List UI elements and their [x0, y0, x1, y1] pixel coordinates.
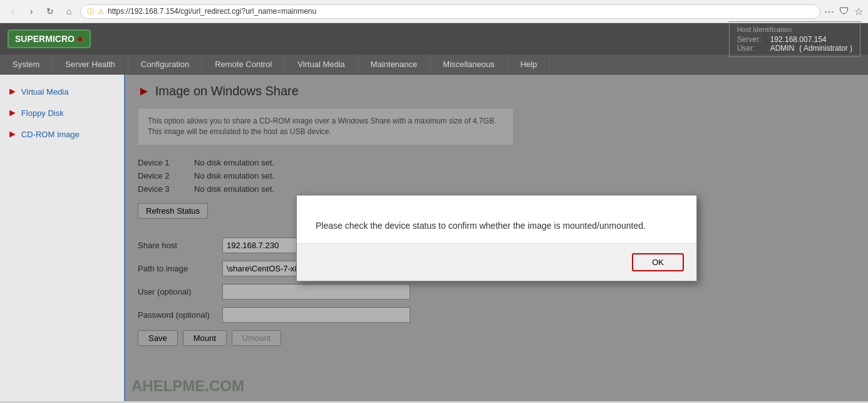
- modal-body: Please check the device status to confir…: [297, 196, 696, 243]
- host-id-title: Host Identification: [737, 26, 852, 33]
- sidebar-item-floppy-disk-label: Floppy Disk: [21, 108, 64, 118]
- user-value: ADMIN: [770, 44, 795, 53]
- server-label: Server:: [737, 35, 765, 44]
- cdrom-image-icon: ►: [8, 128, 18, 140]
- browser-toolbar: ‹ › ↻ ⌂ ⓘ ⚠ https://192.168.7.154/cgi/ur…: [0, 0, 868, 23]
- modal-dialog: Please check the device status to confir…: [296, 195, 697, 281]
- nav-server-health[interactable]: Server Health: [53, 55, 128, 74]
- sidebar-item-cdrom-image[interactable]: ► CD-ROM Image: [0, 123, 124, 145]
- logo-text: SUPERMICRO: [15, 34, 75, 44]
- sidebar-item-virtual-media[interactable]: ► Virtual Media: [0, 81, 124, 102]
- host-server-row: Server: 192.168.007.154: [737, 35, 852, 44]
- user-role: ( Administrator ): [799, 44, 852, 53]
- refresh-button[interactable]: ↻: [43, 4, 58, 19]
- host-user-row: User: ADMIN ( Administrator ): [737, 44, 852, 53]
- back-button[interactable]: ‹: [5, 4, 20, 19]
- nav-system[interactable]: System: [0, 55, 53, 74]
- server-value: 192.168.007.154: [770, 35, 827, 44]
- sidebar-item-virtual-media-label: Virtual Media: [21, 87, 69, 97]
- modal-footer: OK: [297, 243, 696, 281]
- nav-help[interactable]: Help: [508, 55, 550, 74]
- nav-configuration[interactable]: Configuration: [128, 55, 202, 74]
- logo-dot: ●: [77, 33, 83, 44]
- main-content: ► Virtual Media ► Floppy Disk ► CD-ROM I…: [0, 75, 868, 401]
- user-label: User:: [737, 44, 765, 53]
- host-identification: Host Identification Server: 192.168.007.…: [729, 21, 860, 57]
- menu-dots-icon[interactable]: ⋯: [824, 6, 834, 18]
- url-text: https://192.168.7.154/cgi/url_redirect.c…: [108, 7, 814, 16]
- page-content: ► Image on Windows Share This option all…: [125, 75, 868, 401]
- modal-ok-button[interactable]: OK: [632, 253, 684, 271]
- nav-remote-control[interactable]: Remote Control: [202, 55, 285, 74]
- sidebar-item-floppy-disk[interactable]: ► Floppy Disk: [0, 102, 124, 123]
- forward-button[interactable]: ›: [24, 4, 39, 19]
- virtual-media-icon: ►: [8, 86, 18, 97]
- shield-icon[interactable]: 🛡: [839, 6, 849, 17]
- nav-menu: System Server Health Configuration Remot…: [0, 55, 868, 75]
- sidebar: ► Virtual Media ► Floppy Disk ► CD-ROM I…: [0, 75, 125, 401]
- nav-miscellaneous[interactable]: Miscellaneous: [430, 55, 507, 74]
- supermicro-logo: SUPERMICRO●: [8, 29, 91, 48]
- bookmark-icon[interactable]: ☆: [854, 6, 863, 18]
- app-header: SUPERMICRO● Host Identification Server: …: [0, 23, 868, 55]
- modal-overlay: Please check the device status to confir…: [125, 75, 868, 401]
- sidebar-item-cdrom-label: CD-ROM Image: [21, 130, 80, 139]
- browser-menu-icons: ⋯ 🛡 ☆: [824, 6, 863, 18]
- modal-message: Please check the device status to confir…: [316, 221, 646, 231]
- nav-maintenance[interactable]: Maintenance: [358, 55, 430, 74]
- nav-virtual-media[interactable]: Virtual Media: [285, 55, 358, 74]
- address-bar[interactable]: ⓘ ⚠ https://192.168.7.154/cgi/url_redire…: [80, 4, 820, 19]
- home-button[interactable]: ⌂: [61, 4, 76, 19]
- lock-icon: ⚠: [98, 8, 104, 16]
- info-icon: ⓘ: [87, 7, 94, 16]
- floppy-disk-icon: ►: [8, 107, 18, 118]
- browser-chrome: ‹ › ↻ ⌂ ⓘ ⚠ https://192.168.7.154/cgi/ur…: [0, 0, 868, 23]
